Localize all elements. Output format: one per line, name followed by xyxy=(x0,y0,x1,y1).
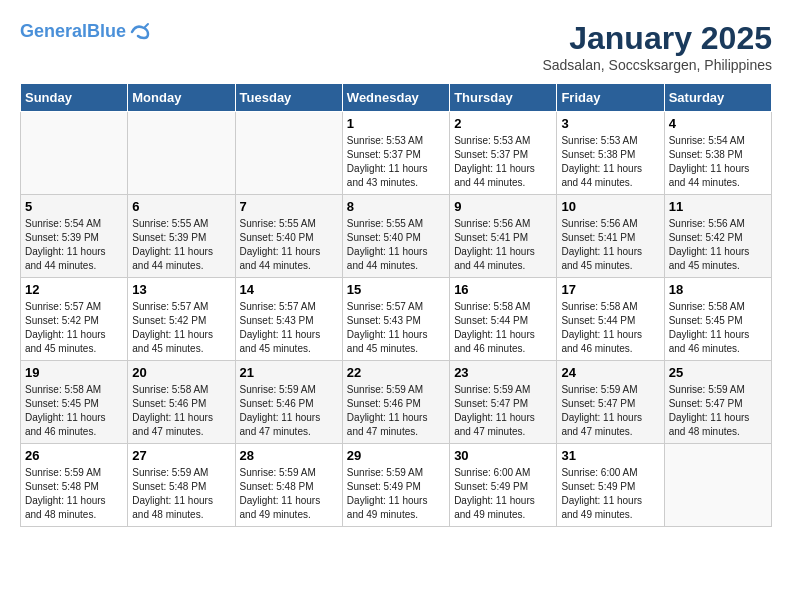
calendar-cell: 26Sunrise: 5:59 AM Sunset: 5:48 PM Dayli… xyxy=(21,444,128,527)
day-info: Sunrise: 5:53 AM Sunset: 5:37 PM Dayligh… xyxy=(347,134,445,190)
calendar-cell: 8Sunrise: 5:55 AM Sunset: 5:40 PM Daylig… xyxy=(342,195,449,278)
logo-blue: Blue xyxy=(87,21,126,41)
calendar-cell xyxy=(128,112,235,195)
day-info: Sunrise: 5:59 AM Sunset: 5:46 PM Dayligh… xyxy=(347,383,445,439)
calendar-cell: 6Sunrise: 5:55 AM Sunset: 5:39 PM Daylig… xyxy=(128,195,235,278)
day-info: Sunrise: 5:57 AM Sunset: 5:43 PM Dayligh… xyxy=(240,300,338,356)
day-header-sunday: Sunday xyxy=(21,84,128,112)
calendar-cell: 20Sunrise: 5:58 AM Sunset: 5:46 PM Dayli… xyxy=(128,361,235,444)
calendar-cell: 12Sunrise: 5:57 AM Sunset: 5:42 PM Dayli… xyxy=(21,278,128,361)
day-number: 11 xyxy=(669,199,767,214)
day-info: Sunrise: 5:58 AM Sunset: 5:44 PM Dayligh… xyxy=(454,300,552,356)
day-info: Sunrise: 6:00 AM Sunset: 5:49 PM Dayligh… xyxy=(561,466,659,522)
day-header-friday: Friday xyxy=(557,84,664,112)
calendar-cell: 13Sunrise: 5:57 AM Sunset: 5:42 PM Dayli… xyxy=(128,278,235,361)
day-info: Sunrise: 5:58 AM Sunset: 5:46 PM Dayligh… xyxy=(132,383,230,439)
day-info: Sunrise: 5:57 AM Sunset: 5:42 PM Dayligh… xyxy=(25,300,123,356)
day-header-monday: Monday xyxy=(128,84,235,112)
day-number: 18 xyxy=(669,282,767,297)
day-header-saturday: Saturday xyxy=(664,84,771,112)
day-info: Sunrise: 5:59 AM Sunset: 5:47 PM Dayligh… xyxy=(454,383,552,439)
calendar-cell xyxy=(21,112,128,195)
logo-text: GeneralBlue xyxy=(20,22,126,42)
day-info: Sunrise: 5:58 AM Sunset: 5:45 PM Dayligh… xyxy=(25,383,123,439)
day-number: 26 xyxy=(25,448,123,463)
day-number: 30 xyxy=(454,448,552,463)
calendar-title: January 2025 xyxy=(542,20,772,57)
calendar-week-row: 12Sunrise: 5:57 AM Sunset: 5:42 PM Dayli… xyxy=(21,278,772,361)
day-number: 20 xyxy=(132,365,230,380)
day-info: Sunrise: 5:59 AM Sunset: 5:48 PM Dayligh… xyxy=(240,466,338,522)
calendar-cell: 3Sunrise: 5:53 AM Sunset: 5:38 PM Daylig… xyxy=(557,112,664,195)
calendar-cell: 5Sunrise: 5:54 AM Sunset: 5:39 PM Daylig… xyxy=(21,195,128,278)
day-info: Sunrise: 5:56 AM Sunset: 5:41 PM Dayligh… xyxy=(561,217,659,273)
day-number: 5 xyxy=(25,199,123,214)
day-number: 23 xyxy=(454,365,552,380)
day-number: 22 xyxy=(347,365,445,380)
day-info: Sunrise: 5:59 AM Sunset: 5:48 PM Dayligh… xyxy=(132,466,230,522)
day-number: 16 xyxy=(454,282,552,297)
calendar-week-row: 1Sunrise: 5:53 AM Sunset: 5:37 PM Daylig… xyxy=(21,112,772,195)
day-info: Sunrise: 5:57 AM Sunset: 5:43 PM Dayligh… xyxy=(347,300,445,356)
day-info: Sunrise: 5:56 AM Sunset: 5:42 PM Dayligh… xyxy=(669,217,767,273)
day-info: Sunrise: 5:55 AM Sunset: 5:39 PM Dayligh… xyxy=(132,217,230,273)
day-info: Sunrise: 5:55 AM Sunset: 5:40 PM Dayligh… xyxy=(240,217,338,273)
calendar-cell: 30Sunrise: 6:00 AM Sunset: 5:49 PM Dayli… xyxy=(450,444,557,527)
calendar-subtitle: Sadsalan, Soccsksargen, Philippines xyxy=(542,57,772,73)
calendar-cell: 14Sunrise: 5:57 AM Sunset: 5:43 PM Dayli… xyxy=(235,278,342,361)
header: GeneralBlue January 2025 Sadsalan, Soccs… xyxy=(20,20,772,73)
day-header-thursday: Thursday xyxy=(450,84,557,112)
day-info: Sunrise: 5:59 AM Sunset: 5:48 PM Dayligh… xyxy=(25,466,123,522)
calendar-cell: 19Sunrise: 5:58 AM Sunset: 5:45 PM Dayli… xyxy=(21,361,128,444)
logo-general: General xyxy=(20,21,87,41)
day-info: Sunrise: 5:54 AM Sunset: 5:39 PM Dayligh… xyxy=(25,217,123,273)
day-info: Sunrise: 5:55 AM Sunset: 5:40 PM Dayligh… xyxy=(347,217,445,273)
day-number: 10 xyxy=(561,199,659,214)
day-info: Sunrise: 5:59 AM Sunset: 5:49 PM Dayligh… xyxy=(347,466,445,522)
calendar-cell: 2Sunrise: 5:53 AM Sunset: 5:37 PM Daylig… xyxy=(450,112,557,195)
day-number: 6 xyxy=(132,199,230,214)
day-number: 19 xyxy=(25,365,123,380)
day-number: 31 xyxy=(561,448,659,463)
calendar-cell: 1Sunrise: 5:53 AM Sunset: 5:37 PM Daylig… xyxy=(342,112,449,195)
day-info: Sunrise: 5:53 AM Sunset: 5:38 PM Dayligh… xyxy=(561,134,659,190)
calendar-cell: 15Sunrise: 5:57 AM Sunset: 5:43 PM Dayli… xyxy=(342,278,449,361)
calendar-cell: 22Sunrise: 5:59 AM Sunset: 5:46 PM Dayli… xyxy=(342,361,449,444)
logo: GeneralBlue xyxy=(20,20,152,44)
calendar-cell: 4Sunrise: 5:54 AM Sunset: 5:38 PM Daylig… xyxy=(664,112,771,195)
calendar-cell: 21Sunrise: 5:59 AM Sunset: 5:46 PM Dayli… xyxy=(235,361,342,444)
calendar-cell: 10Sunrise: 5:56 AM Sunset: 5:41 PM Dayli… xyxy=(557,195,664,278)
calendar-table: SundayMondayTuesdayWednesdayThursdayFrid… xyxy=(20,83,772,527)
calendar-cell: 7Sunrise: 5:55 AM Sunset: 5:40 PM Daylig… xyxy=(235,195,342,278)
day-info: Sunrise: 5:56 AM Sunset: 5:41 PM Dayligh… xyxy=(454,217,552,273)
calendar-header-row: SundayMondayTuesdayWednesdayThursdayFrid… xyxy=(21,84,772,112)
day-number: 12 xyxy=(25,282,123,297)
title-section: January 2025 Sadsalan, Soccsksargen, Phi… xyxy=(542,20,772,73)
day-info: Sunrise: 5:58 AM Sunset: 5:44 PM Dayligh… xyxy=(561,300,659,356)
day-number: 1 xyxy=(347,116,445,131)
day-number: 8 xyxy=(347,199,445,214)
day-info: Sunrise: 5:59 AM Sunset: 5:47 PM Dayligh… xyxy=(669,383,767,439)
day-number: 13 xyxy=(132,282,230,297)
calendar-cell: 23Sunrise: 5:59 AM Sunset: 5:47 PM Dayli… xyxy=(450,361,557,444)
calendar-cell: 25Sunrise: 5:59 AM Sunset: 5:47 PM Dayli… xyxy=(664,361,771,444)
day-info: Sunrise: 5:59 AM Sunset: 5:46 PM Dayligh… xyxy=(240,383,338,439)
day-number: 14 xyxy=(240,282,338,297)
day-info: Sunrise: 5:59 AM Sunset: 5:47 PM Dayligh… xyxy=(561,383,659,439)
calendar-cell: 31Sunrise: 6:00 AM Sunset: 5:49 PM Dayli… xyxy=(557,444,664,527)
day-header-tuesday: Tuesday xyxy=(235,84,342,112)
day-header-wednesday: Wednesday xyxy=(342,84,449,112)
calendar-cell: 16Sunrise: 5:58 AM Sunset: 5:44 PM Dayli… xyxy=(450,278,557,361)
day-number: 3 xyxy=(561,116,659,131)
calendar-cell: 29Sunrise: 5:59 AM Sunset: 5:49 PM Dayli… xyxy=(342,444,449,527)
calendar-cell: 24Sunrise: 5:59 AM Sunset: 5:47 PM Dayli… xyxy=(557,361,664,444)
calendar-cell: 11Sunrise: 5:56 AM Sunset: 5:42 PM Dayli… xyxy=(664,195,771,278)
day-info: Sunrise: 5:53 AM Sunset: 5:37 PM Dayligh… xyxy=(454,134,552,190)
day-info: Sunrise: 5:58 AM Sunset: 5:45 PM Dayligh… xyxy=(669,300,767,356)
day-number: 24 xyxy=(561,365,659,380)
day-number: 29 xyxy=(347,448,445,463)
day-number: 25 xyxy=(669,365,767,380)
calendar-cell: 17Sunrise: 5:58 AM Sunset: 5:44 PM Dayli… xyxy=(557,278,664,361)
day-info: Sunrise: 6:00 AM Sunset: 5:49 PM Dayligh… xyxy=(454,466,552,522)
day-info: Sunrise: 5:57 AM Sunset: 5:42 PM Dayligh… xyxy=(132,300,230,356)
